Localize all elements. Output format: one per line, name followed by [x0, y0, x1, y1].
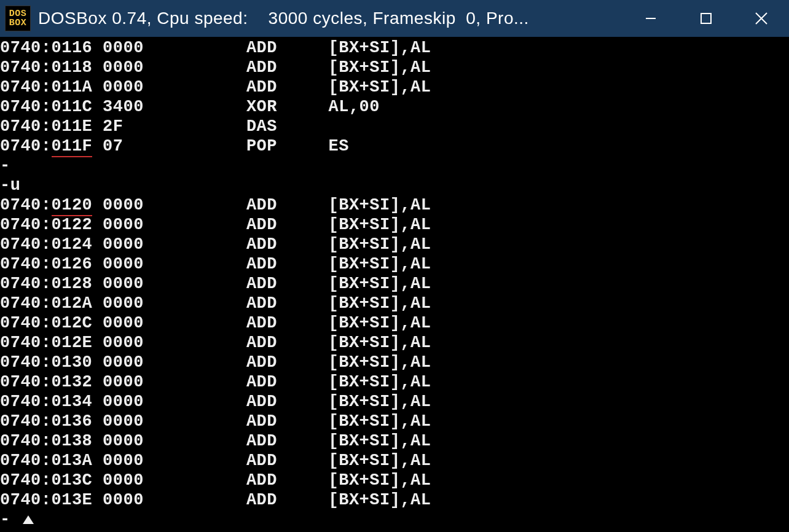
- bytes: 0000: [103, 195, 246, 215]
- segment: 0740:: [0, 77, 52, 97]
- offset: 0122: [52, 215, 93, 235]
- offset: 0138: [52, 431, 93, 451]
- segment: 0740:: [0, 97, 52, 117]
- bytes: 0000: [103, 254, 246, 274]
- offset: 0134: [52, 392, 93, 412]
- bytes: 0000: [103, 372, 246, 392]
- minimize-icon: [643, 11, 658, 26]
- terminal-output[interactable]: 0740:0116 0000 ADD [BX+SI],AL0740:0118 0…: [0, 37, 789, 530]
- offset: 012E: [52, 333, 93, 353]
- mnemonic: ADD: [246, 38, 329, 58]
- mnemonic: ADD: [246, 254, 329, 274]
- operands: [BX+SI],AL: [329, 294, 431, 313]
- segment: 0740:: [0, 274, 52, 294]
- bytes: 3400: [103, 97, 246, 117]
- titlebar[interactable]: DOS BOX DOSBox 0.74, Cpu speed: 3000 cyc…: [0, 0, 789, 37]
- close-button[interactable]: [734, 0, 789, 37]
- offset: 0132: [52, 372, 93, 392]
- mnemonic: ADD: [246, 313, 329, 333]
- operands: [BX+SI],AL: [329, 195, 431, 215]
- mnemonic: ADD: [246, 195, 329, 215]
- offset: 011E: [52, 117, 93, 136]
- offset: 011A: [52, 77, 93, 97]
- disasm-row: 0740:012E 0000 ADD [BX+SI],AL: [0, 333, 789, 353]
- bytes: 0000: [103, 333, 246, 353]
- bytes: 0000: [103, 274, 246, 294]
- mnemonic: DAS: [246, 117, 329, 136]
- mnemonic: XOR: [246, 97, 329, 117]
- bytes: 0000: [103, 313, 246, 333]
- bytes: 0000: [103, 77, 246, 97]
- disasm-row: 0740:011A 0000 ADD [BX+SI],AL: [0, 77, 789, 97]
- operands: [BX+SI],AL: [329, 58, 431, 77]
- mnemonic: ADD: [246, 353, 329, 372]
- disasm-row: 0740:0132 0000 ADD [BX+SI],AL: [0, 372, 789, 392]
- disasm-row: 0740:0118 0000 ADD [BX+SI],AL: [0, 58, 789, 77]
- svg-rect-1: [701, 14, 711, 23]
- mnemonic: ADD: [246, 333, 329, 353]
- offset-highlight: 011F: [52, 136, 93, 156]
- prompt-line[interactable]: -: [0, 510, 789, 530]
- operands: [BX+SI],AL: [329, 274, 431, 294]
- mnemonic: ADD: [246, 392, 329, 412]
- segment: 0740:: [0, 38, 52, 58]
- minimize-button[interactable]: [623, 0, 678, 37]
- operands: ES: [329, 136, 349, 156]
- segment: 0740:: [0, 431, 52, 451]
- offset: 013E: [52, 490, 93, 510]
- bytes: 0000: [103, 58, 246, 77]
- offset: 0126: [52, 254, 93, 274]
- cursor-icon: [23, 515, 34, 524]
- segment: 0740:: [0, 136, 52, 156]
- operands: AL,00: [329, 97, 380, 117]
- close-icon: [753, 10, 769, 26]
- bytes: 0000: [103, 471, 246, 490]
- maximize-icon: [699, 12, 713, 25]
- operands: [BX+SI],AL: [329, 38, 431, 58]
- window-title: DOSBox 0.74, Cpu speed: 3000 cycles, Fra…: [38, 9, 529, 28]
- operands: [BX+SI],AL: [329, 392, 431, 412]
- offset: 0128: [52, 274, 93, 294]
- disasm-row: 0740:0122 0000 ADD [BX+SI],AL: [0, 215, 789, 235]
- bytes: 07: [103, 136, 246, 156]
- app-icon-top: DOS: [9, 9, 27, 18]
- offset: 012C: [52, 313, 93, 333]
- operands: [BX+SI],AL: [329, 372, 431, 392]
- disasm-row: 0740:013C 0000 ADD [BX+SI],AL: [0, 471, 789, 490]
- bytes: 0000: [103, 431, 246, 451]
- segment: 0740:: [0, 333, 52, 353]
- disasm-row: 0740:012C 0000 ADD [BX+SI],AL: [0, 313, 789, 333]
- disasm-row: 0740:0130 0000 ADD [BX+SI],AL: [0, 353, 789, 372]
- disasm-row: 0740:0136 0000 ADD [BX+SI],AL: [0, 412, 789, 431]
- segment: 0740:: [0, 353, 52, 372]
- mnemonic: ADD: [246, 235, 329, 254]
- offset-highlight: 0120: [52, 195, 93, 215]
- operands: [BX+SI],AL: [329, 353, 431, 372]
- mnemonic: ADD: [246, 77, 329, 97]
- segment: 0740:: [0, 58, 52, 77]
- offset: 0118: [52, 58, 93, 77]
- operands: [BX+SI],AL: [329, 313, 431, 333]
- segment: 0740:: [0, 372, 52, 392]
- disasm-row: 0740:0126 0000 ADD [BX+SI],AL: [0, 254, 789, 274]
- segment: 0740:: [0, 412, 52, 431]
- bytes: 0000: [103, 294, 246, 313]
- bytes: 0000: [103, 392, 246, 412]
- mnemonic: ADD: [246, 215, 329, 235]
- operands: [BX+SI],AL: [329, 333, 431, 353]
- bytes: 0000: [103, 412, 246, 431]
- segment: 0740:: [0, 294, 52, 313]
- bytes: 0000: [103, 490, 246, 510]
- disasm-row: 0740:0128 0000 ADD [BX+SI],AL: [0, 274, 789, 294]
- bytes: 0000: [103, 451, 246, 471]
- operands: [BX+SI],AL: [329, 431, 431, 451]
- bytes: 2F: [103, 117, 246, 136]
- offset: 013C: [52, 471, 93, 490]
- disasm-row: 0740:012A 0000 ADD [BX+SI],AL: [0, 294, 789, 313]
- disasm-row: 0740:011E 2F DAS: [0, 117, 789, 136]
- maximize-button[interactable]: [678, 0, 734, 37]
- disasm-row: 0740:0120 0000 ADD [BX+SI],AL: [0, 195, 789, 215]
- operands: [BX+SI],AL: [329, 77, 431, 97]
- mnemonic: ADD: [246, 412, 329, 431]
- segment: 0740:: [0, 235, 52, 254]
